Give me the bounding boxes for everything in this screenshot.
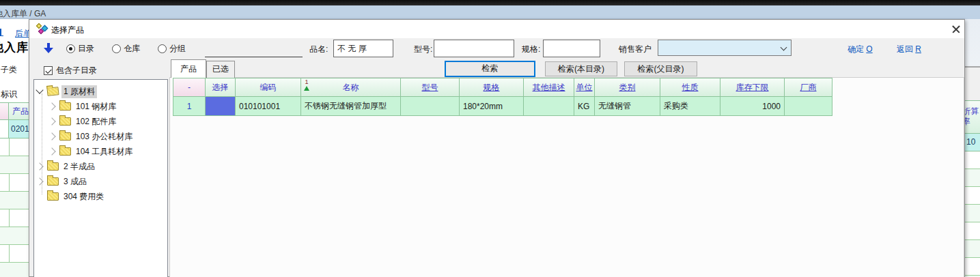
tree-item-2[interactable]: 102 配件库: [49, 115, 118, 128]
background-table-row: [965, 151, 980, 169]
background-table-row: [0, 138, 29, 156]
chevron-collapsed-icon[interactable]: [36, 177, 43, 185]
folder-icon: [59, 117, 71, 126]
tree-item-3[interactable]: 103 办公耗材库: [49, 130, 135, 143]
radio-icon: [112, 44, 121, 53]
folder-icon: [47, 162, 59, 171]
tree-item-7[interactable]: 304 费用类: [37, 190, 106, 203]
background-link[interactable]: 后单: [15, 28, 29, 40]
window-titlebar-band: [0, 5, 980, 19]
quick-filter-input[interactable]: [205, 46, 303, 57]
background-table-row: [965, 222, 980, 240]
close-icon[interactable]: [951, 25, 961, 34]
column-header-7[interactable]: 单位: [574, 78, 595, 97]
search-button-1[interactable]: 检索(本目录): [545, 61, 617, 76]
cell-性质: 采购类: [660, 97, 720, 116]
radio-label: 目录: [78, 43, 94, 55]
background-page-title: 他入库: [0, 40, 29, 55]
cell-单位: KG: [574, 97, 595, 116]
sort-ascending-indicator: 1: [303, 79, 310, 91]
search-button-0[interactable]: 检索: [445, 61, 535, 77]
dialog-title: 选择产品: [51, 25, 84, 36]
column-header-label: 规格: [484, 82, 500, 93]
column-header-label: 编码: [260, 82, 277, 93]
background-right-cell: 10: [965, 134, 980, 151]
tab-products[interactable]: 产品: [171, 59, 206, 78]
column-header-6[interactable]: 其他描述: [524, 78, 574, 97]
sales-customer-combobox[interactable]: [658, 40, 792, 56]
table-row[interactable]: 1010101001不锈钢无缝钢管加厚型180*20mmKG无缝钢管采购类100…: [173, 97, 832, 116]
radio-icon: [158, 44, 167, 53]
column-header-1[interactable]: 选择: [206, 78, 236, 97]
column-header-label: 厂商: [800, 82, 817, 93]
column-header-label: 类别: [619, 82, 636, 93]
column-header-8[interactable]: 类别: [595, 78, 660, 97]
column-header-2[interactable]: 编码: [236, 78, 301, 97]
chevron-collapsed-icon[interactable]: [48, 147, 55, 155]
column-header-4[interactable]: 型号: [401, 78, 460, 97]
tree-item-label: 101 钢材库: [74, 100, 118, 113]
cell-厂商: [785, 97, 832, 116]
sales-customer-label: 销售客户: [619, 44, 652, 55]
column-header-label: 库存下限: [736, 82, 769, 93]
background-left-area: 后单 他入库 子类 标识 产品 02010: [0, 19, 29, 277]
tree-item-5[interactable]: 2 半成品: [37, 160, 97, 173]
radio-label: 分组: [169, 43, 186, 55]
column-header-3[interactable]: 1名称: [301, 78, 401, 97]
chevron-expanded-icon[interactable]: [36, 86, 43, 93]
radio-label: 仓库: [124, 43, 140, 55]
tree-item-label: 3 成品: [61, 175, 89, 188]
field-input-1[interactable]: [434, 40, 514, 57]
move-down-arrow-icon[interactable]: [44, 42, 53, 54]
background-table-row: [965, 169, 980, 187]
column-header-10[interactable]: 库存下限: [720, 78, 785, 97]
cell-型号: [401, 97, 460, 116]
cell-编码: 010101001: [236, 97, 301, 116]
tree-item-6[interactable]: 3 成品: [37, 175, 89, 188]
background-right-column-header: 折算 率: [965, 100, 980, 134]
cell-名称: 不锈钢无缝钢管加厚型: [301, 97, 401, 116]
radio-option-2[interactable]: 分组: [158, 43, 186, 55]
background-table-rowhead-cell: [0, 120, 9, 138]
background-table-row: [0, 209, 29, 227]
dialog-app-icon: [36, 23, 48, 35]
radio-option-1[interactable]: 仓库: [112, 43, 140, 55]
background-table-row: [0, 263, 29, 277]
column-header-9[interactable]: 性质: [660, 78, 720, 97]
search-button-2[interactable]: 检索(父目录): [624, 61, 697, 76]
chevron-collapsed-icon[interactable]: [36, 162, 43, 170]
tab-selected[interactable]: 已选: [206, 61, 235, 78]
column-header-0[interactable]: -: [173, 78, 206, 97]
radio-option-0[interactable]: 目录: [66, 43, 94, 55]
row-select-cell[interactable]: [206, 97, 236, 116]
chevron-collapsed-icon[interactable]: [48, 117, 55, 125]
include-subdirs-checkbox[interactable]: 包含子目录: [44, 65, 97, 76]
background-table-row: [0, 174, 29, 192]
field-input-2[interactable]: [543, 40, 600, 57]
dialog-titlebar: 选择产品: [29, 20, 964, 38]
chevron-collapsed-icon[interactable]: [48, 132, 55, 140]
column-header-11[interactable]: 厂商: [785, 78, 832, 97]
cell-规格: 180*20mm: [460, 97, 524, 116]
tree-item-4[interactable]: 104 工具耗材库: [49, 145, 135, 158]
column-header-label: 单位: [576, 82, 593, 93]
folder-icon: [59, 147, 71, 156]
cell-类别: 无缝钢管: [595, 97, 660, 116]
partial-link-fragment: [0, 29, 3, 36]
background-right-panel: [965, 68, 980, 100]
background-label-flag: 标识: [1, 89, 17, 100]
return-link[interactable]: 返回 R: [897, 44, 921, 55]
tree-item-label: 104 工具耗材库: [74, 145, 135, 158]
field-input-0[interactable]: 不 无 厚: [333, 40, 393, 57]
background-table-product-cell: 02010: [9, 120, 29, 138]
tree-item-0[interactable]: 1 原材料: [37, 85, 97, 98]
column-header-5[interactable]: 规格: [460, 78, 524, 97]
chevron-down-icon: [781, 44, 787, 51]
tree-item-1[interactable]: 101 钢材库: [49, 100, 118, 113]
folder-icon: [59, 132, 71, 141]
field-label-1: 型号:: [414, 44, 432, 55]
chevron-collapsed-icon[interactable]: [48, 102, 55, 110]
product-table: -选择编码1名称型号规格其他描述单位类别性质库存下限厂商1010101001不锈…: [173, 78, 832, 116]
background-table-corner-header: [0, 102, 9, 120]
confirm-link[interactable]: 确定 O: [848, 44, 873, 55]
